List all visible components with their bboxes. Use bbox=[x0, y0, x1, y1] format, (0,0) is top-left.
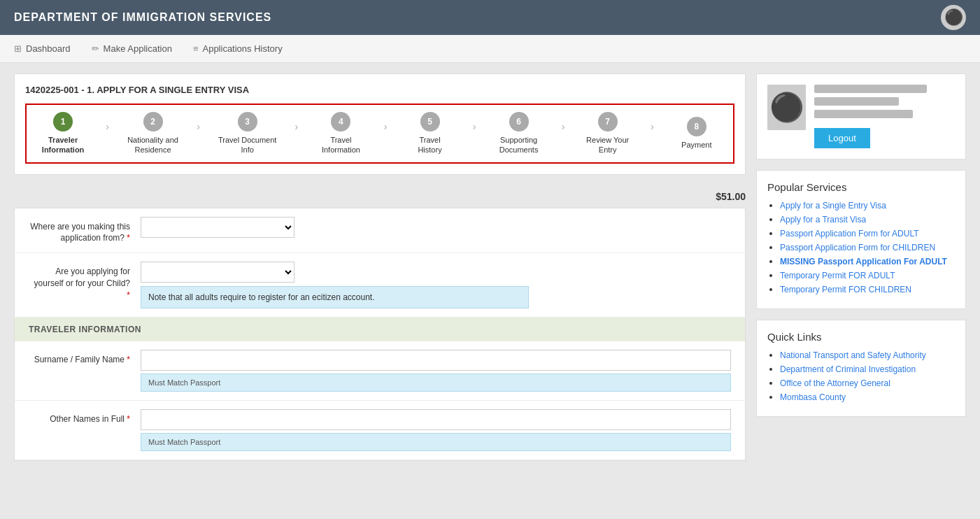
step-6[interactable]: 6 SupportingDocuments bbox=[495, 112, 544, 155]
form-row-applying-for: Are you applying for yourself or for you… bbox=[15, 253, 745, 318]
pencil-icon: ✏ bbox=[92, 43, 99, 54]
surname-input-area: Must Match Passport bbox=[141, 350, 731, 392]
list-item: Office of the Attorney General bbox=[780, 378, 955, 388]
profile-bar-3 bbox=[814, 110, 913, 118]
service-link-6[interactable]: Temporary Permit FOR ADULT bbox=[780, 271, 895, 280]
header-title: DEPARTMENT OF IMMIGRATION SERVICES bbox=[14, 11, 271, 24]
step-circle-8: 8 bbox=[687, 117, 706, 136]
profile-avatar-icon: ⚫ bbox=[769, 91, 804, 124]
application-title: 1420225-001 - 1. APPLY FOR A SINGLE ENTR… bbox=[25, 85, 734, 95]
header: DEPARTMENT OF IMMIGRATION SERVICES ⚫ bbox=[0, 0, 980, 35]
step-circle-1: 1 bbox=[53, 112, 73, 131]
step-arrow-7: › bbox=[651, 121, 654, 132]
step-label-4: TravelInformation bbox=[322, 135, 360, 155]
list-item: Department of Criminal Investigation bbox=[780, 364, 955, 374]
list-item: Mombasa County bbox=[780, 392, 955, 402]
surname-label: Surname / Family Name * bbox=[29, 350, 141, 366]
profile-bar-2 bbox=[814, 97, 899, 106]
content-area: 1420225-001 - 1. APPLY FOR A SINGLE ENTR… bbox=[14, 73, 746, 461]
step-label-6: SupportingDocuments bbox=[499, 135, 539, 155]
avatar: ⚫ bbox=[941, 5, 966, 30]
quick-link-2[interactable]: Department of Criminal Investigation bbox=[780, 364, 916, 374]
step-label-3: Travel DocumentInfo bbox=[218, 135, 276, 155]
service-link-1[interactable]: Apply for a Single Entry Visa bbox=[780, 201, 886, 211]
step-circle-6: 6 bbox=[509, 112, 529, 131]
form-row-other-names: Other Names in Full * Must Match Passpor… bbox=[15, 401, 745, 460]
quick-link-1[interactable]: National Transport and Safety Authority bbox=[780, 350, 926, 360]
surname-hint: Must Match Passport bbox=[141, 374, 731, 392]
step-4[interactable]: 4 TravelInformation bbox=[316, 112, 365, 155]
service-link-4[interactable]: Passport Application Form for CHILDREN bbox=[780, 243, 935, 253]
step-arrow-2: › bbox=[197, 121, 200, 132]
other-names-input-area: Must Match Passport bbox=[141, 409, 731, 451]
where-select[interactable] bbox=[141, 217, 294, 238]
step-circle-2: 2 bbox=[143, 112, 163, 131]
other-names-label: Other Names in Full * bbox=[29, 409, 141, 425]
profile-bar-1 bbox=[814, 85, 927, 93]
service-link-3[interactable]: Passport Application Form for ADULT bbox=[780, 229, 919, 239]
price-display: $51.00 bbox=[14, 185, 746, 208]
where-required: * bbox=[127, 233, 130, 243]
list-item: Temporary Permit FOR ADULT bbox=[780, 270, 955, 280]
stepper: 1 TravelerInformation › 2 Nationality an… bbox=[25, 104, 734, 164]
quick-links-title: Quick Links bbox=[767, 331, 955, 343]
list-icon: ≡ bbox=[193, 43, 199, 54]
service-link-7[interactable]: Temporary Permit FOR CHILDREN bbox=[780, 285, 911, 294]
popular-services-list: Apply for a Single Entry Visa Apply for … bbox=[767, 200, 955, 294]
step-label-8: Payment bbox=[681, 140, 711, 150]
application-card: 1420225-001 - 1. APPLY FOR A SINGLE ENTR… bbox=[14, 73, 746, 175]
step-5[interactable]: 5 TravelHistory bbox=[406, 112, 455, 155]
step-arrow-1: › bbox=[106, 121, 109, 132]
nav-make-application[interactable]: ✏ Make Application bbox=[92, 43, 172, 54]
step-2[interactable]: 2 Nationality andResidence bbox=[127, 112, 178, 155]
list-item: Passport Application Form for ADULT bbox=[780, 228, 955, 239]
sidebar-profile: ⚫ Logout bbox=[756, 73, 966, 159]
other-names-input[interactable] bbox=[141, 409, 731, 430]
nav-applications-history[interactable]: ≡ Applications History bbox=[193, 43, 283, 54]
list-item: Temporary Permit FOR CHILDREN bbox=[780, 284, 955, 294]
form-card: Where are you making this application fr… bbox=[14, 208, 746, 462]
step-label-2: Nationality andResidence bbox=[127, 135, 178, 155]
popular-services-section: Popular Services Apply for a Single Entr… bbox=[756, 170, 966, 309]
step-arrow-5: › bbox=[473, 121, 476, 132]
where-input-area bbox=[141, 217, 731, 238]
quick-link-3[interactable]: Office of the Attorney General bbox=[780, 378, 890, 388]
list-item: MISSING Passport Application For ADULT bbox=[780, 256, 955, 266]
applying-for-select[interactable] bbox=[141, 262, 294, 283]
profile-avatar: ⚫ bbox=[767, 85, 806, 130]
applying-for-required: * bbox=[127, 290, 130, 300]
step-3[interactable]: 3 Travel DocumentInfo bbox=[218, 112, 276, 155]
quick-link-4[interactable]: Mombasa County bbox=[780, 392, 846, 402]
other-names-required: * bbox=[127, 414, 130, 424]
adult-note: Note that all adults require to register… bbox=[141, 286, 529, 308]
logout-button[interactable]: Logout bbox=[814, 128, 870, 148]
navbar: ⊞ Dashboard ✏ Make Application ≡ Applica… bbox=[0, 35, 980, 63]
step-arrow-3: › bbox=[295, 121, 299, 132]
step-arrow-4: › bbox=[384, 121, 388, 132]
list-item: Passport Application Form for CHILDREN bbox=[780, 242, 955, 253]
traveler-info-section-header: TRAVELER INFORMATION bbox=[15, 318, 745, 341]
step-8[interactable]: 8 Payment bbox=[672, 117, 721, 150]
step-circle-7: 7 bbox=[598, 112, 618, 131]
service-link-5[interactable]: MISSING Passport Application For ADULT bbox=[780, 257, 947, 266]
sidebar: ⚫ Logout Popular Services Apply for a Si… bbox=[756, 73, 966, 461]
step-arrow-6: › bbox=[562, 121, 565, 132]
step-circle-4: 4 bbox=[331, 112, 350, 131]
list-item: Apply for a Single Entry Visa bbox=[780, 200, 955, 211]
quick-links-list: National Transport and Safety Authority … bbox=[767, 350, 955, 402]
form-row-surname: Surname / Family Name * Must Match Passp… bbox=[15, 341, 745, 401]
step-1[interactable]: 1 TravelerInformation bbox=[38, 112, 87, 155]
user-icon: ⚫ bbox=[944, 8, 963, 27]
step-label-7: Review YourEntry bbox=[586, 135, 629, 155]
step-7[interactable]: 7 Review YourEntry bbox=[583, 112, 632, 155]
other-names-hint: Must Match Passport bbox=[141, 433, 731, 451]
nav-dashboard[interactable]: ⊞ Dashboard bbox=[14, 43, 71, 54]
list-item: National Transport and Safety Authority bbox=[780, 350, 955, 360]
nav-dashboard-label: Dashboard bbox=[26, 43, 71, 54]
step-label-1: TravelerInformation bbox=[42, 135, 85, 155]
step-circle-3: 3 bbox=[238, 112, 257, 131]
applying-for-label: Are you applying for yourself or for you… bbox=[29, 262, 141, 301]
service-link-2[interactable]: Apply for a Transit Visa bbox=[780, 215, 866, 225]
applying-for-input-area: Note that all adults require to register… bbox=[141, 262, 731, 308]
surname-input[interactable] bbox=[141, 350, 731, 371]
